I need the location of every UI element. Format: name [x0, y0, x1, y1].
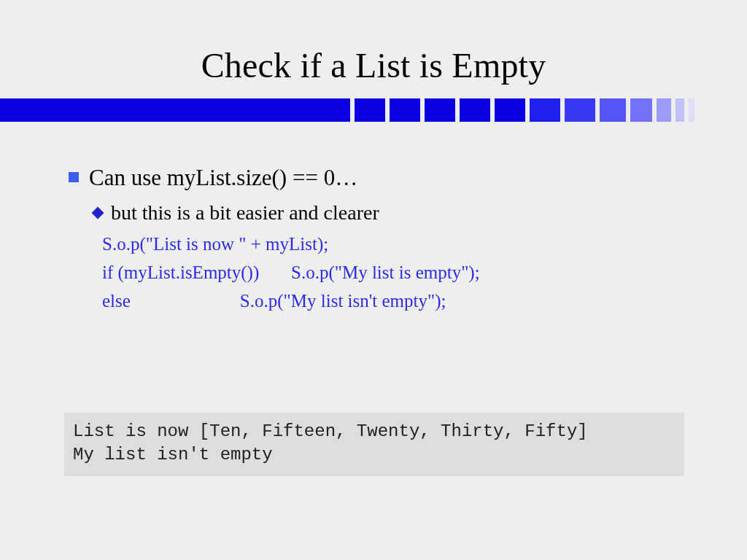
ribbon-segment — [676, 98, 684, 122]
ribbon-segment — [460, 98, 490, 122]
ribbon-segment — [425, 98, 455, 122]
slide-content: Can use myList.size() == 0… but this is … — [0, 122, 747, 315]
bullet-level-1: Can use myList.size() == 0… — [69, 164, 696, 192]
ribbon-segment — [530, 98, 560, 122]
output-line-2: My list isn't empty — [73, 443, 676, 467]
bullet-main-text: Can use myList.size() == 0… — [89, 164, 357, 192]
code-line-1: S.o.p("List is now " + myList); — [102, 230, 696, 259]
ribbon-segment — [600, 98, 626, 122]
bullet-level-2: but this is a bit easier and clearer — [93, 200, 696, 226]
code-block: S.o.p("List is now " + myList); if (myLi… — [102, 230, 696, 315]
ribbon-segment — [355, 98, 385, 122]
slide-title: Check if a List is Empty — [0, 0, 747, 98]
ribbon-segment — [0, 98, 350, 122]
ribbon-segment — [689, 98, 694, 122]
code-line-2: if (myList.isEmpty()) S.o.p("My list is … — [102, 259, 696, 287]
ribbon-segment — [390, 98, 420, 122]
ribbon-segment — [495, 98, 525, 122]
code-line-3: else S.o.p("My list isn't empty"); — [102, 287, 696, 316]
slide: Check if a List is Empty Can use myList.… — [0, 0, 747, 560]
square-bullet-icon — [69, 172, 79, 182]
output-box: List is now [Ten, Fifteen, Twenty, Thirt… — [64, 413, 684, 476]
decorative-ribbon — [0, 98, 747, 122]
ribbon-segment — [565, 98, 595, 122]
ribbon-segment — [630, 98, 652, 122]
ribbon-segment — [657, 98, 671, 122]
diamond-bullet-icon — [92, 206, 104, 219]
bullet-sub-text: but this is a bit easier and clearer — [111, 200, 379, 226]
output-line-1: List is now [Ten, Fifteen, Twenty, Thirt… — [73, 420, 676, 443]
